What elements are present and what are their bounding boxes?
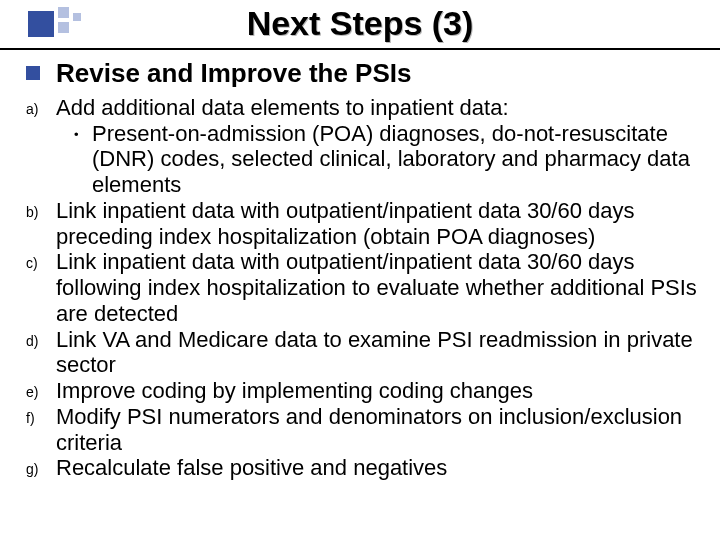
list-item: b) Link inpatient data with outpatient/i…: [26, 198, 700, 249]
list-item: f) Modify PSI numerators and denominator…: [26, 404, 700, 455]
lettered-list: a) Add additional data elements to inpat…: [26, 95, 700, 481]
item-label: a): [26, 95, 56, 117]
item-label: d): [26, 327, 56, 349]
item-text: Improve coding by implementing coding ch…: [56, 378, 700, 404]
item-label: f): [26, 404, 56, 426]
section-heading: Revise and Improve the PSIs: [56, 58, 411, 89]
item-text: Add additional data elements to inpatien…: [56, 95, 509, 120]
section-heading-row: Revise and Improve the PSIs: [26, 58, 700, 89]
item-label: b): [26, 198, 56, 220]
item-body: Add additional data elements to inpatien…: [56, 95, 700, 198]
list-item: g) Recalculate false positive and negati…: [26, 455, 700, 481]
slide-title: Next Steps (3): [0, 4, 720, 43]
slide-content: Revise and Improve the PSIs a) Add addit…: [26, 58, 700, 481]
item-text: Link inpatient data with outpatient/inpa…: [56, 198, 700, 249]
title-rule: [0, 48, 720, 50]
item-text: Link inpatient data with outpatient/inpa…: [56, 249, 700, 326]
list-item: a) Add additional data elements to inpat…: [26, 95, 700, 198]
square-bullet-icon: [26, 66, 40, 80]
item-text: Recalculate false positive and negatives: [56, 455, 700, 481]
sub-item-text: Present-on-admission (POA) diagnoses, do…: [92, 121, 700, 198]
item-label: c): [26, 249, 56, 271]
sub-list-item: • Present-on-admission (POA) diagnoses, …: [74, 121, 700, 198]
bullet-dot-icon: •: [74, 121, 92, 142]
item-label: e): [26, 378, 56, 400]
item-label: g): [26, 455, 56, 477]
item-text: Modify PSI numerators and denominators o…: [56, 404, 700, 455]
list-item: e) Improve coding by implementing coding…: [26, 378, 700, 404]
list-item: d) Link VA and Medicare data to examine …: [26, 327, 700, 378]
list-item: c) Link inpatient data with outpatient/i…: [26, 249, 700, 326]
item-text: Link VA and Medicare data to examine PSI…: [56, 327, 700, 378]
sub-list: • Present-on-admission (POA) diagnoses, …: [56, 121, 700, 198]
